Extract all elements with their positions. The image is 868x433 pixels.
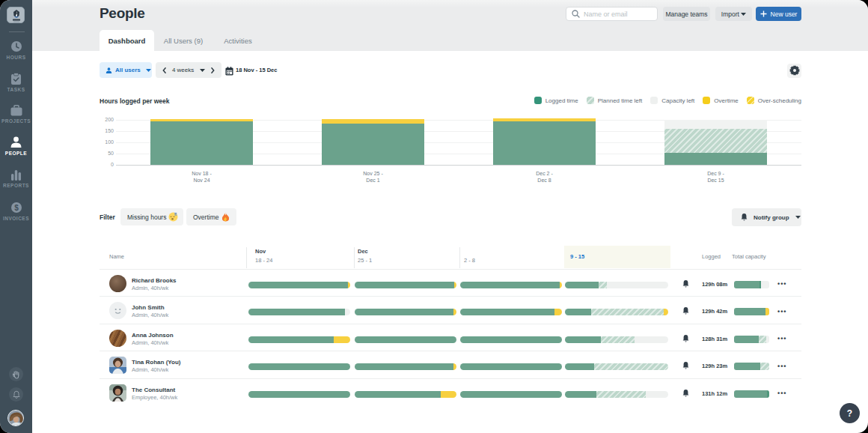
svg-text:$: $ — [14, 204, 19, 212]
